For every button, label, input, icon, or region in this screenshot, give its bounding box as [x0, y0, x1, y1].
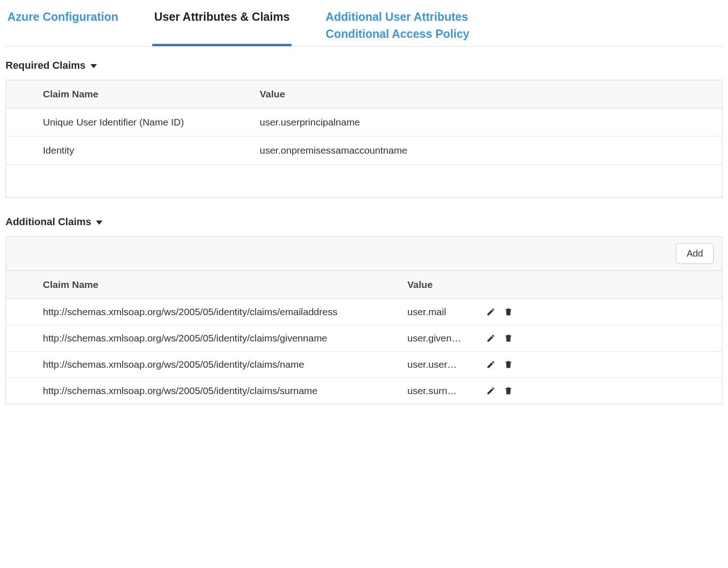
required-claims-header-row: Claim Name Value: [6, 80, 722, 108]
claim-name-cell: http://schemas.xmlsoap.org/ws/2005/05/id…: [43, 306, 407, 317]
claim-value-cell: user.surn…: [407, 385, 486, 396]
delete-icon[interactable]: [503, 307, 513, 317]
edit-icon[interactable]: [486, 386, 496, 396]
claim-name-cell: Identity: [43, 145, 260, 156]
claim-value-cell: user.user…: [407, 359, 486, 370]
section-header-additional-claims[interactable]: Additional Claims: [6, 216, 722, 228]
edit-icon[interactable]: [486, 359, 496, 370]
chevron-down-icon: [96, 221, 102, 225]
claim-value-cell: user.userprincipalname: [260, 117, 713, 128]
claim-value-cell: user.onpremisessamaccountname: [260, 145, 713, 156]
claim-name-cell: http://schemas.xmlsoap.org/ws/2005/05/id…: [43, 333, 407, 344]
column-header-claim-name: Claim Name: [43, 89, 260, 100]
claim-name-cell: http://schemas.xmlsoap.org/ws/2005/05/id…: [43, 385, 407, 396]
chevron-down-icon: [90, 64, 97, 68]
claim-name-cell: Unique User Identifier (Name ID): [43, 117, 260, 128]
additional-claims-toolbar: Add: [6, 237, 722, 271]
tab-user-attributes-claims[interactable]: User Attributes & Claims: [152, 6, 292, 46]
table-row: http://schemas.xmlsoap.org/ws/2005/05/id…: [6, 378, 722, 404]
delete-icon[interactable]: [503, 333, 513, 343]
section-title: Required Claims: [6, 60, 86, 72]
column-header-value: Value: [260, 89, 713, 100]
section-title: Additional Claims: [6, 216, 91, 228]
table-row: http://schemas.xmlsoap.org/ws/2005/05/id…: [6, 299, 722, 325]
table-row: http://schemas.xmlsoap.org/ws/2005/05/id…: [6, 325, 722, 352]
tab-conditional-access-policy[interactable]: Conditional Access Policy: [324, 26, 471, 46]
tab-additional-user-attributes[interactable]: Additional User Attributes: [324, 6, 471, 24]
claim-value-cell: user.given…: [407, 333, 486, 344]
edit-icon[interactable]: [486, 333, 496, 343]
delete-icon[interactable]: [503, 359, 513, 370]
table-row: http://schemas.xmlsoap.org/ws/2005/05/id…: [6, 352, 722, 378]
additional-claims-header-row: Claim Name Value: [6, 271, 722, 299]
delete-icon[interactable]: [503, 386, 513, 396]
tab-bar: Azure Configuration User Attributes & Cl…: [6, 6, 722, 47]
column-header-claim-name: Claim Name: [43, 279, 407, 290]
table-row: Identity user.onpremisessamaccountname: [6, 137, 722, 165]
tab-azure-configuration[interactable]: Azure Configuration: [6, 6, 120, 46]
claim-value-cell: user.mail: [407, 306, 486, 317]
add-button[interactable]: Add: [676, 243, 714, 264]
column-header-value: Value: [407, 279, 486, 290]
claim-name-cell: http://schemas.xmlsoap.org/ws/2005/05/id…: [43, 359, 407, 370]
section-header-required-claims[interactable]: Required Claims: [6, 60, 722, 72]
required-claims-panel: Claim Name Value Unique User Identifier …: [6, 80, 722, 197]
edit-icon[interactable]: [486, 307, 496, 317]
additional-claims-panel: Add Claim Name Value http://schemas.xmls…: [6, 236, 722, 404]
table-row: Unique User Identifier (Name ID) user.us…: [6, 108, 722, 137]
